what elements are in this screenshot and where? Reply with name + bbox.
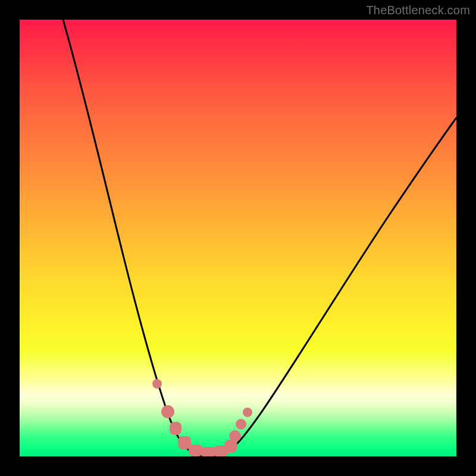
marker-point	[243, 408, 252, 417]
chart-stage: TheBottleneck.com	[0, 0, 476, 476]
marker-point	[152, 379, 162, 389]
curve-layer	[20, 20, 456, 456]
marker-point	[170, 422, 181, 435]
bottleneck-curve-path	[63, 20, 456, 456]
watermark-text: TheBottleneck.com	[366, 4, 470, 17]
marker-group	[152, 379, 252, 456]
marker-point	[178, 436, 191, 449]
marker-point	[236, 419, 246, 430]
marker-point	[161, 405, 174, 418]
marker-point	[229, 430, 241, 442]
plot-area	[20, 20, 456, 456]
